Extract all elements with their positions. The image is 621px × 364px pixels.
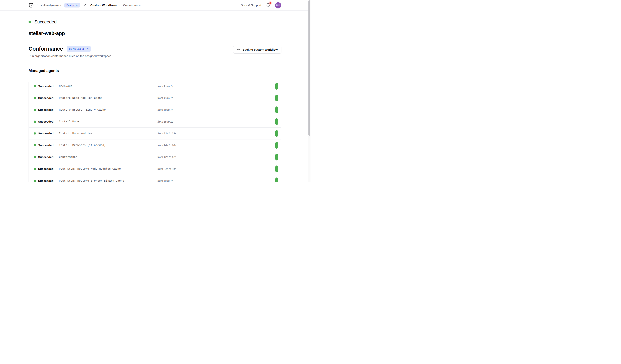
agent-step-row[interactable]: Succeeded Conformance from 12s to 12s bbox=[29, 151, 281, 163]
step-progress-bar bbox=[276, 95, 278, 101]
breadcrumb-separator: / bbox=[37, 3, 37, 7]
step-name: Install Node bbox=[59, 120, 157, 123]
step-name: Restore Browser Binary Cache bbox=[59, 108, 157, 111]
step-status-dot-icon bbox=[34, 168, 36, 170]
breadcrumb-custom-workflows[interactable]: Custom Workflows bbox=[90, 3, 117, 7]
step-name: Install Node Modules bbox=[59, 132, 157, 135]
step-status-dot-icon bbox=[34, 85, 36, 87]
step-status-dot-icon bbox=[34, 121, 36, 123]
scrollbar[interactable] bbox=[308, 0, 310, 182]
step-duration: from 1s to 1s bbox=[157, 108, 276, 111]
workflow-title: Conformance bbox=[29, 46, 63, 52]
nx-cloud-logo-icon[interactable] bbox=[29, 3, 34, 8]
agent-step-row[interactable]: Succeeded Install Browsers (if needed) f… bbox=[29, 140, 281, 151]
workflow-description: Run organization conformance rules on th… bbox=[29, 54, 112, 58]
run-status-label: Succeeded bbox=[34, 19, 56, 25]
step-progress-bar bbox=[276, 83, 278, 90]
step-status-label: Succeeded bbox=[38, 96, 59, 100]
step-duration: from 1s to 1s bbox=[157, 179, 276, 182]
agents-card: Succeeded Checkout from 1s to 1s Succeed… bbox=[29, 80, 281, 182]
corner-up-left-icon bbox=[237, 48, 241, 51]
step-name: Post Step: Restore Node Modules Cache bbox=[59, 167, 157, 170]
by-nx-cloud-badge[interactable]: by Nx Cloud bbox=[67, 46, 91, 52]
step-duration: from 12s to 12s bbox=[157, 156, 276, 158]
step-name: Conformance bbox=[59, 156, 157, 158]
step-name: Post Step: Restore Browser Binary Cache bbox=[59, 179, 157, 182]
workspace-title: stellar-web-app bbox=[29, 31, 281, 36]
step-duration: from 23s to 23s bbox=[157, 132, 276, 135]
user-avatar[interactable]: NO bbox=[275, 2, 281, 8]
notifications-button[interactable] bbox=[266, 3, 270, 7]
nx-logo-icon bbox=[86, 47, 89, 50]
step-status-dot-icon bbox=[34, 97, 36, 99]
main-content: Succeeded stellar-web-app Conformance by… bbox=[0, 19, 310, 182]
breadcrumb: / stellar-dynamics Enterprise Custom Wor… bbox=[29, 3, 141, 8]
chevron-up-down-icon[interactable] bbox=[84, 4, 87, 7]
workflow-title-block: Conformance by Nx Cloud Run organization… bbox=[29, 46, 112, 58]
step-status-label: Succeeded bbox=[38, 108, 59, 111]
breadcrumb-separator: / bbox=[119, 3, 120, 7]
agent-step-row[interactable]: Succeeded Restore Node Modules Cache fro… bbox=[29, 92, 281, 104]
step-status-label: Succeeded bbox=[38, 132, 59, 135]
step-name: Restore Node Modules Cache bbox=[59, 96, 157, 99]
page: / stellar-dynamics Enterprise Custom Wor… bbox=[0, 0, 310, 182]
agent-step-row[interactable]: Succeeded Post Step: Restore Browser Bin… bbox=[29, 175, 281, 182]
step-status-dot-icon bbox=[34, 156, 36, 158]
step-duration: from 34s to 34s bbox=[157, 167, 276, 170]
step-status-dot-icon bbox=[34, 180, 36, 182]
step-status-dot-icon bbox=[34, 109, 36, 111]
step-status-label: Succeeded bbox=[38, 84, 59, 88]
step-status-label: Succeeded bbox=[38, 120, 59, 123]
step-status-label: Succeeded bbox=[38, 167, 59, 171]
status-dot-icon bbox=[29, 21, 31, 23]
step-progress-bar bbox=[276, 165, 278, 172]
step-progress-bar bbox=[276, 177, 278, 182]
scrollbar-thumb[interactable] bbox=[309, 0, 310, 136]
workflow-header: Conformance by Nx Cloud Run organization… bbox=[29, 46, 281, 58]
step-duration: from 16s to 16s bbox=[157, 144, 276, 147]
top-nav: / stellar-dynamics Enterprise Custom Wor… bbox=[0, 0, 310, 11]
step-progress-bar bbox=[276, 130, 278, 137]
step-duration: from 1s to 1s bbox=[157, 85, 276, 88]
step-progress-bar bbox=[276, 154, 278, 160]
docs-support-link[interactable]: Docs & Support bbox=[241, 3, 261, 7]
agent-step-row[interactable]: Succeeded Restore Browser Binary Cache f… bbox=[29, 104, 281, 116]
step-duration: from 1s to 1s bbox=[157, 120, 276, 123]
back-button-label: Back to custom workflow bbox=[242, 48, 278, 51]
step-progress-bar bbox=[276, 107, 278, 113]
step-name: Checkout bbox=[59, 85, 157, 88]
agent-step-row[interactable]: Succeeded Checkout from 1s to 1s bbox=[29, 80, 281, 92]
step-status-dot-icon bbox=[34, 132, 36, 135]
agent-step-row[interactable]: Succeeded Post Step: Restore Node Module… bbox=[29, 163, 281, 175]
breadcrumb-workspace[interactable]: stellar-dynamics bbox=[40, 3, 61, 7]
step-status-label: Succeeded bbox=[38, 143, 59, 147]
plan-badge: Enterprise bbox=[64, 3, 80, 7]
step-progress-bar bbox=[276, 118, 278, 125]
agent-step-row[interactable]: Succeeded Install Node from 1s to 1s bbox=[29, 116, 281, 128]
step-progress-bar bbox=[276, 142, 278, 149]
agent-step-row[interactable]: Succeeded Install Node Modules from 23s … bbox=[29, 128, 281, 140]
header-actions: Docs & Support NO bbox=[241, 2, 281, 8]
back-to-custom-workflow-button[interactable]: Back to custom workflow bbox=[233, 46, 281, 54]
step-status-dot-icon bbox=[34, 144, 36, 146]
step-status-label: Succeeded bbox=[38, 155, 59, 159]
step-status-label: Succeeded bbox=[38, 179, 59, 182]
notification-dot bbox=[269, 2, 271, 4]
step-name: Install Browsers (if needed) bbox=[59, 144, 157, 147]
breadcrumb-page: Conformance bbox=[123, 3, 141, 7]
step-duration: from 1s to 1s bbox=[157, 96, 276, 99]
badge-label: by Nx Cloud bbox=[69, 47, 84, 50]
managed-agents-title: Managed agents bbox=[29, 68, 281, 73]
run-status-line: Succeeded bbox=[29, 19, 281, 25]
